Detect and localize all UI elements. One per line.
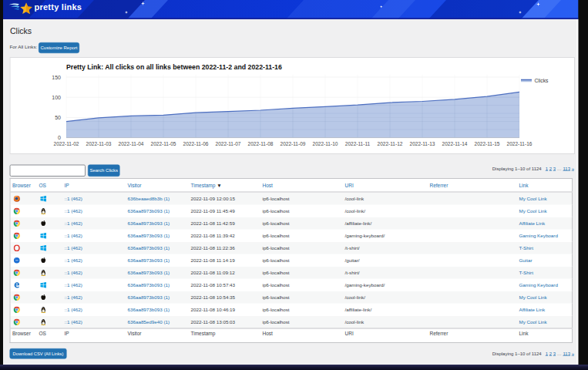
- svg-text:Pretty Link: All clicks on all: Pretty Link: All clicks on all links bet…: [66, 63, 282, 71]
- svg-text:50: 50: [55, 115, 61, 120]
- svg-text:2022-11-13: 2022-11-13: [410, 141, 435, 146]
- svg-text:100: 100: [52, 95, 61, 100]
- svg-text:2022-11-15: 2022-11-15: [475, 141, 500, 146]
- svg-text:2022-11-08: 2022-11-08: [248, 141, 274, 146]
- svg-text:2022-11-14: 2022-11-14: [442, 141, 468, 146]
- svg-text:150: 150: [52, 75, 61, 80]
- svg-text:2022-11-03: 2022-11-03: [86, 141, 112, 146]
- svg-text:2022-11-04: 2022-11-04: [119, 141, 144, 146]
- svg-text:2022-11-05: 2022-11-05: [151, 141, 176, 146]
- svg-text:2022-11-07: 2022-11-07: [216, 141, 241, 146]
- svg-text:2022-11-09: 2022-11-09: [281, 141, 306, 146]
- svg-text:0: 0: [58, 135, 61, 140]
- svg-text:2022-11-16: 2022-11-16: [507, 141, 533, 146]
- svg-text:2022-11-12: 2022-11-12: [378, 141, 403, 146]
- svg-text:2022-11-02: 2022-11-02: [54, 141, 79, 146]
- svg-text:2022-11-10: 2022-11-10: [313, 141, 338, 146]
- svg-text:2022-11-06: 2022-11-06: [183, 141, 209, 146]
- svg-text:2022-11-11: 2022-11-11: [345, 141, 371, 146]
- svg-text:Clicks: Clicks: [535, 78, 549, 83]
